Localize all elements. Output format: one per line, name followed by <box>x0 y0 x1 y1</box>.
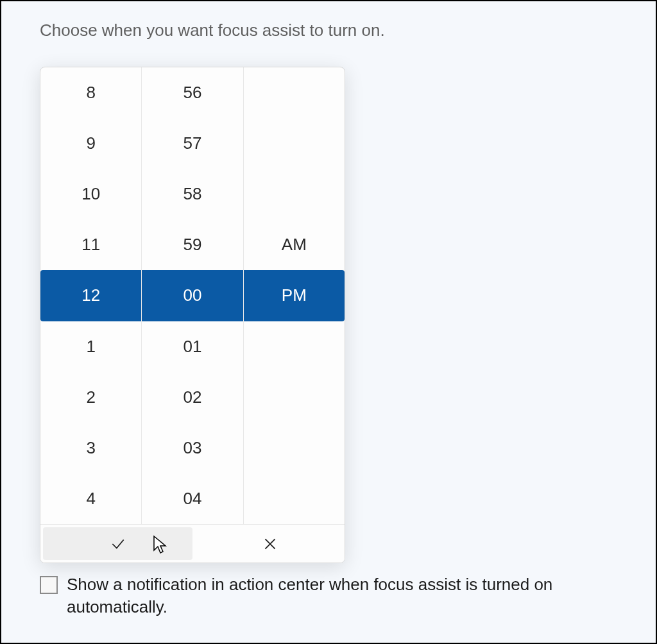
hour-option[interactable]: 2 <box>40 372 141 423</box>
minute-option[interactable]: 02 <box>142 372 243 423</box>
hour-column[interactable]: 891011121234 <box>40 67 142 524</box>
meridiem-option <box>244 67 345 118</box>
minute-option[interactable]: 01 <box>142 321 243 372</box>
hour-option[interactable]: 11 <box>40 219 141 270</box>
notification-checkbox-label: Show a notification in action center whe… <box>67 573 630 618</box>
hour-option[interactable]: 10 <box>40 169 141 219</box>
minute-option[interactable]: 00 <box>142 270 243 321</box>
notification-checkbox-row: Show a notification in action center whe… <box>40 573 630 618</box>
meridiem-option <box>244 118 345 169</box>
hour-option[interactable]: 12 <box>40 270 141 321</box>
meridiem-option <box>244 423 345 473</box>
hour-option[interactable]: 4 <box>40 473 141 524</box>
checkmark-icon <box>110 536 126 552</box>
hour-option[interactable]: 9 <box>40 118 141 169</box>
time-picker-actions <box>40 524 345 563</box>
hour-option[interactable]: 1 <box>40 321 141 372</box>
meridiem-option[interactable]: AM <box>244 219 345 270</box>
hour-option[interactable]: 8 <box>40 67 141 118</box>
time-picker-flyout: 891011121234 565758590001020304 AMPM <box>40 67 345 563</box>
minute-option[interactable]: 58 <box>142 169 243 219</box>
time-picker-columns: 891011121234 565758590001020304 AMPM <box>40 67 345 524</box>
meridiem-option <box>244 321 345 372</box>
page-heading: Choose when you want focus assist to tur… <box>1 1 656 40</box>
hour-option[interactable]: 3 <box>40 423 141 473</box>
cancel-button[interactable] <box>195 525 345 563</box>
minute-option[interactable]: 56 <box>142 67 243 118</box>
notification-checkbox[interactable] <box>40 576 58 594</box>
meridiem-option[interactable]: PM <box>244 270 345 321</box>
minute-column[interactable]: 565758590001020304 <box>142 67 243 524</box>
minute-option[interactable]: 04 <box>142 473 243 524</box>
meridiem-column[interactable]: AMPM <box>244 67 345 524</box>
minute-option[interactable]: 03 <box>142 423 243 473</box>
minute-option[interactable]: 59 <box>142 219 243 270</box>
minute-option[interactable]: 57 <box>142 118 243 169</box>
meridiem-option <box>244 169 345 219</box>
meridiem-option <box>244 473 345 524</box>
close-icon <box>262 536 278 552</box>
meridiem-option <box>244 372 345 423</box>
confirm-button[interactable] <box>43 527 192 560</box>
